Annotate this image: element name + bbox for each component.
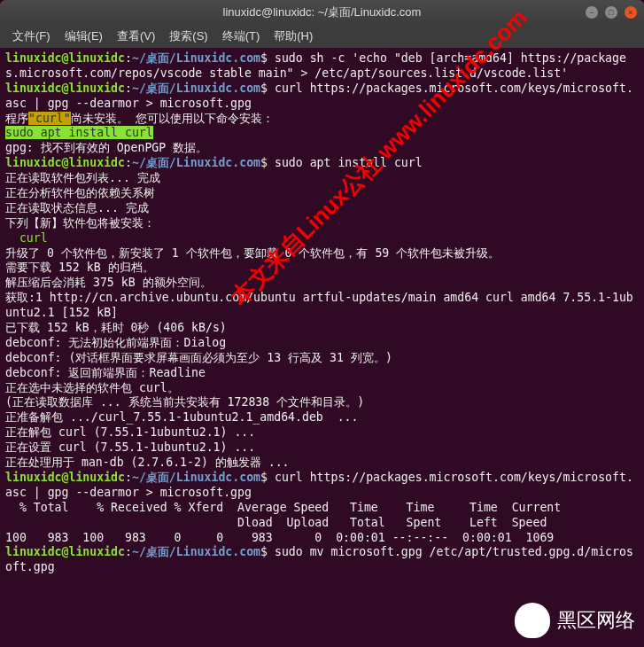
terminal-window: linuxidc@linuxidc: ~/桌面/Linuxidc.com − □… <box>0 0 644 647</box>
highlighted-text: "curl" <box>28 112 71 125</box>
close-button[interactable]: × <box>625 6 637 19</box>
suggested-command: sudo apt install curl <box>5 126 153 139</box>
menu-help[interactable]: 帮助(H) <box>268 27 318 46</box>
command-text: sudo apt install curl <box>275 156 423 169</box>
menubar: 文件(F) 编辑(E) 查看(V) 搜索(S) 终端(T) 帮助(H) <box>0 25 644 48</box>
menu-file[interactable]: 文件(F) <box>7 27 56 46</box>
terminal-output[interactable]: linuxidc@linuxidc:~/桌面/Linuxidc.com$ sud… <box>0 48 644 647</box>
window-title: linuxidc@linuxidc: ~/桌面/Linuxidc.com <box>223 4 422 20</box>
titlebar: linuxidc@linuxidc: ~/桌面/Linuxidc.com − □… <box>0 0 644 25</box>
menu-search[interactable]: 搜索(S) <box>164 27 213 46</box>
window-controls: − □ × <box>586 6 637 19</box>
menu-edit[interactable]: 编辑(E) <box>59 27 108 46</box>
menu-terminal[interactable]: 终端(T) <box>217 27 266 46</box>
prompt-path: ~/桌面/Linuxidc.com <box>132 51 260 65</box>
menu-view[interactable]: 查看(V) <box>112 27 160 46</box>
minimize-button[interactable]: − <box>586 6 598 19</box>
gpg-error: gpg: 找不到有效的 OpenPGP 数据。 <box>5 141 207 154</box>
prompt-user: linuxidc@linuxidc <box>5 51 125 65</box>
maximize-button[interactable]: □ <box>605 6 617 19</box>
